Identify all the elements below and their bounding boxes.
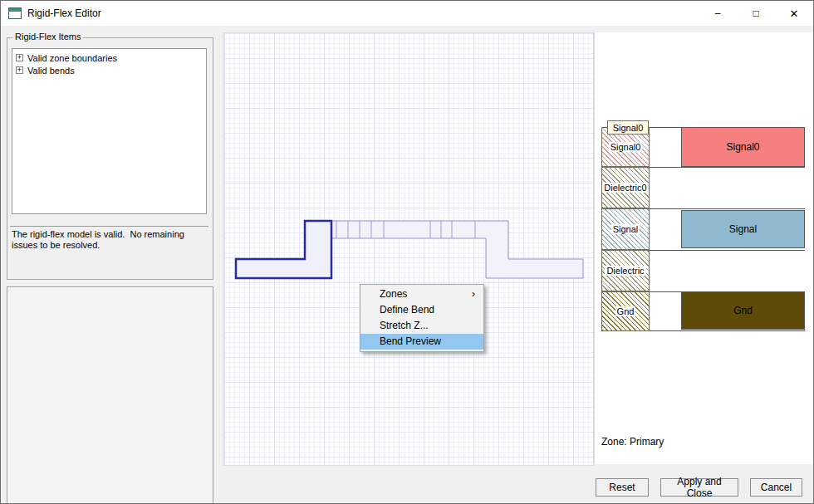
layer-strip-dielectric[interactable]: Dielectric (601, 250, 650, 291)
layer-box-label: Signal (729, 223, 757, 235)
dialog-button-row: Reset Apply and Close Cancel (596, 478, 802, 497)
rigid-flex-editor-window: Rigid-Flex Editor – □ ✕ Rigid-Flex Items… (0, 0, 814, 504)
expand-plus-icon[interactable]: + (16, 66, 23, 74)
rigid-flex-items-tree[interactable]: + Valid zone boundaries + Valid bends (12, 48, 207, 214)
layer-strip-label: Signal (611, 224, 640, 234)
tree-item-valid-bends[interactable]: + Valid bends (14, 64, 204, 76)
window-title: Rigid-Flex Editor (27, 7, 101, 19)
layer-boundary-line (650, 167, 805, 168)
validation-status-text: The rigid-flex model is valid. No remain… (10, 226, 208, 276)
stackup-panel: Signal0 Signal0 Dielectric0 Signal Diele… (594, 32, 814, 464)
apply-and-close-button[interactable]: Apply and Close (660, 478, 738, 497)
layer-boundary-line (650, 250, 805, 251)
rigid-flex-items-groupbox: Rigid-Flex Items + Valid zone boundaries… (7, 37, 213, 280)
submenu-arrow-icon: › (472, 286, 475, 302)
layer-strip-gnd[interactable]: Gnd (601, 291, 650, 331)
layer-strip-dielectric0[interactable]: Dielectric0 (601, 167, 650, 208)
close-button[interactable]: ✕ (775, 1, 813, 26)
layer-box-signal: Signal (681, 210, 805, 248)
layer-strip-signal[interactable]: Signal (601, 208, 650, 250)
cancel-button[interactable]: Cancel (750, 478, 802, 497)
layer-box-label: Gnd (733, 305, 753, 316)
menu-item-label: Stretch Z... (380, 320, 429, 331)
menu-item-bend-preview[interactable]: Bend Preview (360, 334, 483, 350)
context-menu: Zones › Define Bend Stretch Z... Bend Pr… (360, 284, 484, 352)
layer-strip-label: Signal0 (609, 142, 643, 152)
selected-rigid-zone[interactable] (236, 221, 331, 278)
layer-box-label: Signal0 (726, 141, 759, 153)
menu-item-label: Define Bend (380, 304, 434, 316)
layer-strip-label: Dielectric0 (602, 183, 648, 193)
menu-item-label: Zones (380, 288, 407, 300)
board-cross-section-canvas[interactable] (223, 32, 594, 466)
layer-box-gnd: Gnd (681, 291, 805, 330)
main-area: Rigid-Flex Items + Valid zone boundaries… (1, 26, 813, 503)
zone-label: Zone: Primary (601, 436, 664, 448)
tree-item-label: Valid bends (27, 66, 75, 76)
layer-boundary-line (650, 330, 805, 331)
maximize-button[interactable]: □ (737, 1, 775, 26)
reset-button[interactable]: Reset (596, 478, 649, 497)
minimize-button[interactable]: – (699, 1, 737, 26)
tree-item-label: Valid zone boundaries (27, 53, 117, 63)
board-cross-section-drawing[interactable] (224, 33, 593, 465)
title-bar: Rigid-Flex Editor – □ ✕ (1, 1, 813, 26)
groupbox-title: Rigid-Flex Items (12, 32, 83, 42)
window-controls: – □ ✕ (699, 1, 813, 26)
details-panel-empty (7, 286, 213, 504)
layer-strip-label: Gnd (615, 306, 636, 316)
expand-plus-icon[interactable]: + (16, 54, 23, 61)
layer-strip-label: Dielectric (605, 266, 645, 276)
layer-tooltip: Signal0 (607, 120, 649, 135)
tree-item-valid-zone-boundaries[interactable]: + Valid zone boundaries (14, 51, 204, 64)
left-panel: Rigid-Flex Items + Valid zone boundaries… (5, 34, 215, 499)
layer-box-signal0: Signal0 (681, 127, 805, 167)
menu-item-zones[interactable]: Zones › (360, 286, 483, 302)
menu-item-label: Bend Preview (380, 335, 441, 347)
app-icon (8, 7, 22, 19)
menu-item-define-bend[interactable]: Define Bend (360, 302, 483, 318)
menu-item-stretch-zone[interactable]: Stretch Z... (360, 318, 483, 334)
layer-boundary-line (650, 208, 805, 209)
